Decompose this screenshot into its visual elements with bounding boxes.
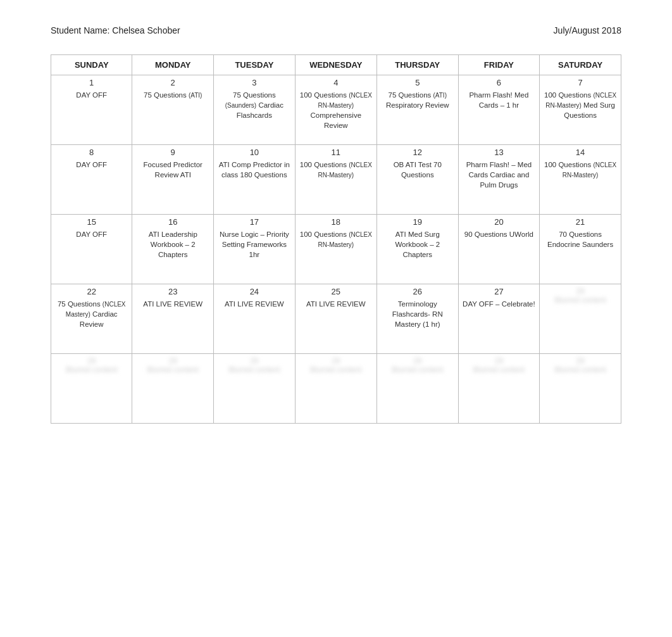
day-number: 5: [381, 78, 454, 87]
day-number: 10: [218, 148, 291, 157]
calendar-cell: 4100 Questions (NCLEX RN-Mastery) Compre…: [295, 75, 376, 145]
day-content: 75 Questions (ATI): [136, 90, 209, 100]
calendar-cell: 19ATI Med Surg Workbook – 2 Chapters: [376, 215, 458, 284]
day-content: 100 Questions (NCLEX RN-Mastery) Med Sur…: [544, 90, 617, 120]
day-number: 24: [218, 287, 291, 296]
day-content: 75 Questions (NCLEX Mastery) Cardiac Rev…: [55, 299, 128, 329]
calendar-cell: 24ATI LIVE REVIEW: [214, 284, 296, 354]
day-content: ATI LIVE REVIEW: [136, 299, 209, 309]
day-content: 90 Questions UWorld: [463, 229, 535, 239]
day-content: Focused Predictor Review ATI: [136, 160, 209, 180]
day-number: 17: [218, 217, 291, 227]
day-content: ATI LIVE REVIEW: [299, 299, 373, 309]
calendar-cell: 13Pharm Flash! – Med Cards Cardiac and P…: [458, 145, 539, 215]
calendar-cell: 29Blurred content: [458, 354, 539, 424]
calendar-cell: 575 Questions (ATI) Respiratory Review: [376, 75, 458, 145]
calendar-cell: 29Blurred content: [214, 354, 296, 424]
day-number: 1: [55, 78, 128, 87]
day-content: Nurse Logic – Priority Setting Framework…: [218, 229, 291, 260]
calendar-cell: 6Pharm Flash! Med Cards – 1 hr: [458, 75, 539, 145]
page: Student Name: Chelsea Schober July/Augus…: [0, 0, 672, 637]
day-number: 2: [136, 78, 209, 87]
calendar-cell: 2275 Questions (NCLEX Mastery) Cardiac R…: [51, 284, 132, 354]
day-number: 7: [544, 78, 617, 87]
day-number: 18: [299, 217, 373, 227]
day-of-week-header: MONDAY: [132, 55, 214, 75]
calendar-week-row: 8DAY OFF9Focused Predictor Review ATI10A…: [51, 145, 621, 215]
day-number: 22: [55, 287, 128, 296]
calendar-cell: 25ATI LIVE REVIEW: [295, 284, 376, 354]
calendar-cell: 1DAY OFF: [51, 75, 132, 145]
day-content: 70 Questions Endocrine Saunders: [544, 229, 617, 249]
day-content: 100 Questions (NCLEX RN-Mastery): [544, 160, 617, 180]
day-number: 11: [299, 148, 373, 157]
day-content: ATI Comp Predictor in class 180 Question…: [218, 160, 291, 180]
calendar-cell: 29Blurred content: [540, 284, 621, 354]
calendar-cell: 26Terminology Flashcards- RN Mastery (1 …: [376, 284, 458, 354]
day-number: 25: [299, 287, 373, 296]
day-content: 75 Questions (ATI) Respiratory Review: [381, 90, 454, 110]
calendar-cell: 23ATI LIVE REVIEW: [132, 284, 214, 354]
day-number: 20: [463, 217, 535, 227]
calendar-week-row: 15DAY OFF16ATI Leadership Workbook – 2 C…: [51, 215, 621, 284]
day-of-week-header: FRIDAY: [458, 55, 539, 75]
calendar-cell: 18100 Questions (NCLEX RN-Mastery): [295, 215, 376, 284]
calendar-cell: 29Blurred content: [376, 354, 458, 424]
calendar-cell: 29Blurred content: [295, 354, 376, 424]
calendar-cell: 7100 Questions (NCLEX RN-Mastery) Med Su…: [540, 75, 621, 145]
day-content: ATI Leadership Workbook – 2 Chapters: [136, 229, 209, 260]
day-content: Terminology Flashcards- RN Mastery (1 hr…: [381, 299, 454, 329]
calendar-cell: 15DAY OFF: [51, 215, 132, 284]
day-of-week-header: SATURDAY: [540, 55, 621, 75]
day-number: 8: [55, 148, 128, 157]
day-of-week-header: TUESDAY: [214, 55, 296, 75]
calendar-cell: 8DAY OFF: [51, 145, 132, 215]
day-number: 26: [381, 287, 454, 296]
calendar-cell: 29Blurred content: [51, 354, 132, 424]
day-content: 100 Questions (NCLEX RN-Mastery): [299, 229, 373, 249]
day-number: 19: [381, 217, 454, 227]
calendar-cell: 11100 Questions (NCLEX RN-Mastery): [295, 145, 376, 215]
day-number: 6: [463, 78, 535, 87]
day-content: OB ATI Test 70 Questions: [381, 160, 454, 180]
day-number: 12: [381, 148, 454, 157]
calendar-cell: 2170 Questions Endocrine Saunders: [540, 215, 621, 284]
calendar-cell: 2090 Questions UWorld: [458, 215, 539, 284]
day-number: 23: [136, 287, 209, 296]
calendar-week-row: 29Blurred content29Blurred content29Blur…: [51, 354, 621, 424]
day-content: DAY OFF – Celebrate!: [463, 299, 535, 309]
day-number: 21: [544, 217, 617, 227]
calendar-cell: 375 Questions (Saunders) Cardiac Flashca…: [214, 75, 296, 145]
day-of-week-header: THURSDAY: [376, 55, 458, 75]
calendar-cell: 27DAY OFF – Celebrate!: [458, 284, 539, 354]
calendar-header-row: SUNDAYMONDAYTUESDAYWEDNESDAYTHURSDAYFRID…: [51, 55, 621, 75]
day-content: ATI Med Surg Workbook – 2 Chapters: [381, 229, 454, 260]
day-content: 100 Questions (NCLEX RN-Mastery) Compreh…: [299, 90, 373, 130]
calendar-cell: 10ATI Comp Predictor in class 180 Questi…: [214, 145, 296, 215]
day-content: DAY OFF: [55, 90, 128, 100]
day-content: 75 Questions (Saunders) Cardiac Flashcar…: [218, 90, 291, 120]
date-range: July/August 2018: [554, 25, 621, 35]
day-of-week-header: SUNDAY: [51, 55, 132, 75]
calendar-cell: 29Blurred content: [132, 354, 214, 424]
calendar-cell: 17Nurse Logic – Priority Setting Framewo…: [214, 215, 296, 284]
day-number: 9: [136, 148, 209, 157]
calendar-cell: 14100 Questions (NCLEX RN-Mastery): [540, 145, 621, 215]
day-content: DAY OFF: [55, 160, 128, 170]
calendar-table: SUNDAYMONDAYTUESDAYWEDNESDAYTHURSDAYFRID…: [51, 54, 621, 424]
day-number: 4: [299, 78, 373, 87]
student-name: Student Name: Chelsea Schober: [51, 25, 180, 35]
calendar-cell: 275 Questions (ATI): [132, 75, 214, 145]
day-number: 13: [463, 148, 535, 157]
day-number: 27: [463, 287, 535, 296]
day-content: DAY OFF: [55, 229, 128, 239]
day-content: Pharm Flash! Med Cards – 1 hr: [463, 90, 535, 110]
header: Student Name: Chelsea Schober July/Augus…: [51, 25, 621, 35]
day-of-week-header: WEDNESDAY: [295, 55, 376, 75]
day-number: 14: [544, 148, 617, 157]
calendar-week-row: 1DAY OFF275 Questions (ATI)375 Questions…: [51, 75, 621, 145]
calendar-cell: 16ATI Leadership Workbook – 2 Chapters: [132, 215, 214, 284]
day-content: Pharm Flash! – Med Cards Cardiac and Pul…: [463, 160, 535, 190]
calendar-cell: 29Blurred content: [540, 354, 621, 424]
calendar-cell: 9Focused Predictor Review ATI: [132, 145, 214, 215]
